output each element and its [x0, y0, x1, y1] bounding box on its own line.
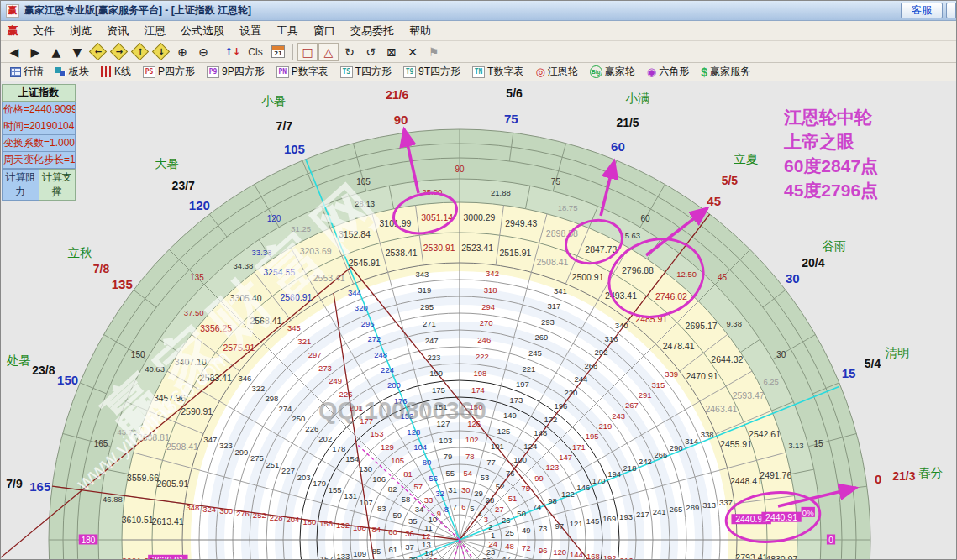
svg-text:249: 249 [329, 376, 342, 385]
T9-box-icon: T9 [403, 66, 416, 78]
svg-text:79: 79 [444, 452, 453, 461]
svg-text:84: 84 [371, 525, 381, 534]
calc-support-button[interactable]: 计算支撑 [39, 169, 76, 201]
nav-K线[interactable]: K线 [95, 64, 137, 81]
svg-text:大暑: 大暑 [155, 157, 179, 170]
menu-item-帮助[interactable]: 帮助 [402, 23, 439, 39]
menu-item-交易委托[interactable]: 交易委托 [343, 23, 402, 39]
zoom-in-icon[interactable]: ⊕ [172, 43, 192, 61]
note-line: 江恩轮中轮 [784, 105, 878, 129]
svg-text:297: 297 [308, 350, 322, 359]
zoom-out-icon[interactable]: ⊖ [193, 43, 213, 61]
cls-icon[interactable]: Cls [244, 43, 267, 61]
svg-text:318: 318 [484, 285, 497, 295]
nav-板块[interactable]: 板块 [50, 64, 95, 81]
rotate-cw-icon[interactable]: ↻ [339, 43, 360, 61]
svg-text:74: 74 [533, 502, 542, 511]
svg-text:75: 75 [522, 484, 531, 493]
svg-text:130: 130 [359, 464, 372, 474]
menu-item-窗口[interactable]: 窗口 [306, 23, 343, 39]
svg-text:123: 123 [545, 463, 559, 472]
panel-row: 变换系数=1.00000 [2, 135, 76, 152]
nav-P数字表[interactable]: PNP数字表 [271, 64, 334, 81]
edge-clipped-button[interactable] [946, 3, 956, 18]
svg-text:179: 179 [313, 479, 326, 488]
svg-text:45: 45 [718, 273, 728, 282]
svg-text:125: 125 [497, 427, 511, 436]
svg-text:3610.51: 3610.51 [122, 515, 154, 525]
svg-text:102: 102 [465, 435, 479, 444]
analysis-note: 江恩轮中轮上帝之眼60度2847点45度2796点 [784, 105, 878, 202]
svg-text:149: 149 [503, 411, 517, 420]
svg-text:204: 204 [287, 515, 300, 524]
menu-item-江恩[interactable]: 江恩 [136, 23, 173, 39]
svg-text:121: 121 [570, 519, 583, 528]
nav-P四方形[interactable]: PSP四方形 [137, 64, 201, 81]
collapse-cross-icon[interactable]: ✕ [402, 43, 423, 61]
svg-text:292: 292 [595, 348, 608, 357]
menu-item-公式选股[interactable]: 公式选股 [173, 23, 232, 39]
svg-text:59: 59 [393, 510, 402, 520]
svg-text:31: 31 [448, 485, 457, 495]
pin-disabled-icon[interactable]: ⚑ [423, 43, 444, 61]
pan-right-diamond-icon[interactable]: → [109, 43, 129, 61]
svg-text:37: 37 [405, 542, 414, 552]
forward-icon[interactable]: ▶ [25, 43, 45, 61]
hexagon-icon: ◉ [647, 66, 656, 77]
svg-text:268: 268 [585, 361, 598, 370]
nav-行情[interactable]: 行情 [4, 64, 50, 81]
svg-text:33: 33 [424, 495, 434, 505]
svg-text:135: 135 [190, 273, 204, 282]
svg-text:49: 49 [522, 526, 531, 535]
svg-text:5/6: 5/6 [506, 86, 523, 100]
svg-text:175: 175 [432, 385, 445, 395]
menu-item-设置[interactable]: 设置 [232, 23, 269, 39]
svg-text:3000.29: 3000.29 [463, 212, 495, 222]
svg-text:165: 165 [29, 479, 50, 494]
nav-T数字表[interactable]: TNT数字表 [466, 64, 529, 81]
svg-text:243: 243 [612, 411, 625, 421]
svg-text:275: 275 [250, 453, 264, 463]
box-x-icon[interactable]: ⊠ [381, 43, 402, 61]
svg-text:3.13: 3.13 [788, 441, 804, 450]
cursor-down-icon[interactable]: ▼ [67, 43, 87, 61]
cursor-up-icon[interactable]: ▲ [46, 43, 66, 61]
nav-江恩轮[interactable]: ◎江恩轮 [529, 64, 583, 81]
pan-up-diamond-icon[interactable]: ↑ [130, 43, 150, 61]
P9-box-icon: P9 [207, 66, 219, 78]
toolbar-separator [292, 44, 293, 60]
svg-text:192: 192 [603, 553, 617, 560]
svg-text:清明: 清明 [886, 346, 910, 359]
menu-item-资讯[interactable]: 资讯 [99, 23, 136, 39]
nav-9P四方形[interactable]: P99P四方形 [201, 64, 271, 81]
menu-item-工具[interactable]: 工具 [269, 23, 306, 39]
nav-9T四方形[interactable]: T99T四方形 [397, 64, 466, 81]
svg-text:30: 30 [776, 350, 786, 359]
nav-六角形[interactable]: ◉六角形 [641, 64, 695, 81]
rotate-ccw-icon[interactable]: ↺ [360, 43, 381, 61]
menu-item-文件[interactable]: 文件 [25, 23, 62, 39]
back-icon[interactable]: ◀ [4, 43, 24, 61]
panel-row: 周天变化步长=1 [2, 152, 76, 169]
rect-tool-icon[interactable]: □ [297, 43, 318, 61]
svg-text:202: 202 [318, 434, 332, 443]
svg-text:小暑: 小暑 [261, 94, 286, 107]
calendar-21-icon[interactable]: 21 [268, 43, 288, 61]
nav-T四方形[interactable]: TST四方形 [334, 64, 397, 81]
svg-text:98: 98 [548, 496, 557, 505]
triangle-tool-icon[interactable]: △ [318, 43, 339, 61]
svg-text:15: 15 [842, 366, 856, 380]
svg-text:2491.76: 2491.76 [760, 470, 791, 480]
nav-赢家轮[interactable]: Big赢家轮 [584, 64, 641, 81]
customer-service-button[interactable]: 客服 [901, 3, 943, 18]
svg-text:2644.32: 2644.32 [711, 354, 743, 364]
svg-text:12: 12 [422, 531, 431, 541]
updown-scale-icon[interactable]: ↑↓ [223, 43, 243, 61]
menu-item-浏览[interactable]: 浏览 [62, 23, 99, 39]
nav-赢家服务[interactable]: $赢家服务 [695, 64, 756, 81]
calc-resistance-button[interactable]: 计算阻力 [2, 169, 39, 201]
svg-text:80: 80 [423, 458, 432, 467]
svg-text:15: 15 [813, 439, 823, 448]
pan-down-diamond-icon[interactable]: ↓ [151, 43, 171, 61]
pan-left-diamond-icon[interactable]: ← [88, 43, 108, 61]
